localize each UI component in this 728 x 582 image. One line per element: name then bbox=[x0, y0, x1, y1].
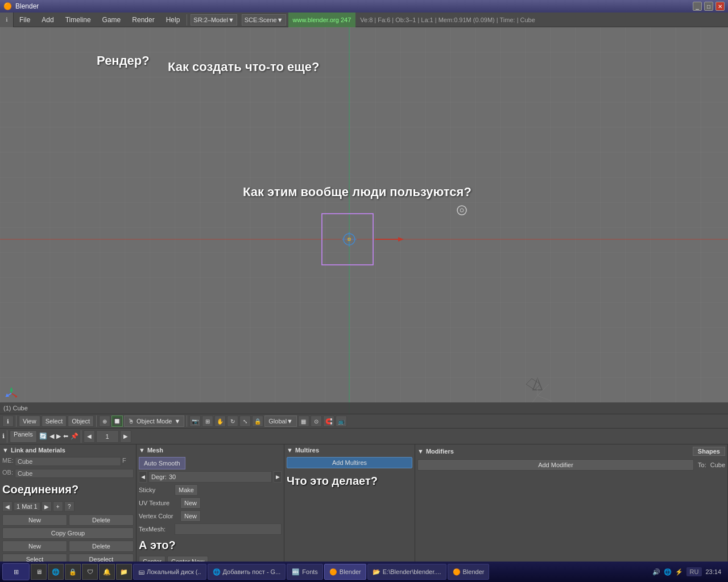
page-next-button[interactable]: ▶ bbox=[120, 430, 131, 443]
camera-view-icon[interactable]: 📺 bbox=[336, 415, 347, 427]
new-vertex-button[interactable]: New bbox=[180, 510, 201, 522]
status-bar: Ve:8 | Fa:6 | Ob:3–1 | La:1 | Mem:0.91M … bbox=[360, 16, 535, 23]
scale-icon[interactable]: ⤡ bbox=[239, 415, 251, 427]
menu-timeline[interactable]: Timeline bbox=[60, 13, 97, 27]
prop-icon1[interactable]: 🔄 bbox=[39, 433, 47, 440]
rotate-icon[interactable]: ↻ bbox=[227, 415, 238, 427]
view-button[interactable]: View bbox=[19, 415, 40, 427]
taskbar-icon3[interactable]: 🔒 bbox=[65, 564, 81, 580]
viewport-shading-icon[interactable]: ▦ bbox=[298, 415, 309, 427]
vg-add[interactable]: + bbox=[53, 501, 63, 512]
sticky-row: Sticky Make bbox=[139, 484, 282, 496]
menu-help[interactable]: Help bbox=[160, 13, 186, 27]
global-selector[interactable]: Global ▼ bbox=[264, 415, 297, 427]
object-button[interactable]: Object bbox=[68, 415, 94, 427]
auto-smooth-button[interactable]: Auto Smooth bbox=[139, 457, 185, 469]
maximize-button[interactable]: □ bbox=[704, 2, 713, 11]
vg-left-arrow[interactable]: ◀ bbox=[2, 501, 13, 512]
hand-icon[interactable]: ✋ bbox=[214, 415, 226, 427]
new-button-1[interactable]: New bbox=[2, 514, 67, 526]
prop-icon5[interactable]: 📌 bbox=[71, 433, 78, 440]
render-icon[interactable]: 📷 bbox=[189, 415, 201, 427]
link-materials-panel: ▼ Link and Materials ME: Cube F OB: Cube… bbox=[0, 444, 136, 571]
delete-button-1[interactable]: Delete bbox=[69, 514, 134, 526]
info-icon: ℹ bbox=[0, 13, 14, 27]
taskbar-icon2[interactable]: 🌐 bbox=[48, 564, 64, 580]
new-uv-button[interactable]: New bbox=[180, 497, 201, 509]
cursor-icon[interactable]: ⊕ bbox=[99, 415, 110, 427]
a-eto-text: А это? bbox=[139, 539, 282, 552]
panels-button[interactable]: Panels bbox=[10, 430, 37, 443]
prop-icon3[interactable]: ▶ bbox=[56, 433, 61, 440]
blender-link[interactable]: www.blender.org 247 bbox=[288, 13, 356, 27]
scene-selector-2[interactable]: SCE:Scene ▼ bbox=[242, 14, 286, 26]
taskbar-icon[interactable]: 🖥 bbox=[31, 564, 47, 580]
vertex-color-row: Vertex Color New bbox=[139, 510, 282, 522]
modifiers-panel-arrow: ▼ bbox=[417, 448, 424, 455]
menu-render[interactable]: Render bbox=[126, 13, 160, 27]
minimize-button[interactable]: _ bbox=[693, 2, 702, 11]
time-display: 23:14 bbox=[705, 568, 721, 575]
taskbar-icon5[interactable]: 🔔 bbox=[99, 564, 115, 580]
vg-info[interactable]: ? bbox=[64, 501, 75, 512]
lock-icon[interactable]: 🔒 bbox=[252, 415, 263, 427]
me-label: ME: bbox=[2, 457, 14, 466]
shapes-label: Shapes bbox=[693, 447, 725, 456]
uv-row: UV Texture New bbox=[139, 497, 282, 509]
tray-icon3: ⚡ bbox=[675, 568, 683, 576]
start-button[interactable]: ⊞ bbox=[2, 563, 30, 580]
taskbar-icon4[interactable]: 🛡 bbox=[82, 564, 98, 580]
new-button-2[interactable]: New bbox=[2, 541, 67, 552]
taskbar-task-1[interactable]: 🌐 Добавить пост - G... bbox=[208, 564, 286, 580]
prop-edit-icon[interactable]: ⊙ bbox=[311, 415, 322, 427]
add-multires-button[interactable]: Add Multires bbox=[287, 457, 412, 468]
texmesh-field[interactable] bbox=[175, 523, 282, 535]
page-prev-button[interactable]: ◀ bbox=[84, 430, 95, 443]
page-number[interactable]: 1 bbox=[96, 430, 119, 443]
scene-selector-1[interactable]: SR:2–Model ▼ bbox=[191, 14, 237, 26]
prop-icon4[interactable]: ⬅ bbox=[63, 433, 68, 440]
make-button[interactable]: Make bbox=[175, 484, 198, 496]
vg-field: 1 Mat 1 bbox=[14, 502, 40, 511]
tray-icon1: 🔊 bbox=[652, 568, 660, 576]
copy-group-button[interactable]: Copy Group bbox=[2, 527, 134, 539]
snap-icon[interactable]: 🧲 bbox=[323, 415, 334, 427]
delete-button-2[interactable]: Delete bbox=[69, 541, 134, 552]
viewport-status-text: (1) Cube bbox=[3, 405, 28, 411]
vg-right-arrow[interactable]: ▶ bbox=[42, 501, 52, 512]
window-title-text: Blender bbox=[15, 2, 39, 10]
link-panel-header: ▼ Link and Materials bbox=[2, 447, 134, 454]
multires-panel-title: Multires bbox=[295, 447, 319, 454]
taskbar-task-2[interactable]: 🔤 Fonts bbox=[287, 564, 323, 580]
grid-icon[interactable]: ⊞ bbox=[202, 415, 213, 427]
viewport[interactable]: Рендер? Как создать что-то еще? Как этим… bbox=[0, 27, 728, 414]
degr-left-arrow[interactable]: ◀ bbox=[139, 471, 147, 483]
mode-selector[interactable]: 🖱 Object Mode ▼ bbox=[124, 415, 184, 427]
svg-point-54 bbox=[457, 206, 466, 215]
tb-sep2 bbox=[96, 415, 97, 427]
prop-icon2[interactable]: ◀ bbox=[49, 433, 54, 440]
start-icon: ⊞ bbox=[14, 568, 19, 576]
titlebar: 🟠 Blender _ □ ✕ bbox=[0, 0, 728, 13]
taskbar-task-0[interactable]: 🖴 Локальный диск (.. bbox=[133, 564, 206, 580]
taskbar-task-3[interactable]: 🟠 Blender bbox=[324, 564, 366, 580]
taskbar-icon6[interactable]: 📁 bbox=[116, 564, 132, 580]
menu-game[interactable]: Game bbox=[97, 13, 127, 27]
modifiers-panel-title: Modifiers bbox=[426, 448, 454, 455]
object-mode-icon[interactable]: 🔲 bbox=[111, 415, 123, 427]
select-button[interactable]: Select bbox=[42, 415, 67, 427]
menu-add[interactable]: Add bbox=[36, 13, 59, 27]
add-modifier-button[interactable]: Add Modifier bbox=[417, 459, 694, 471]
taskbar-task-4[interactable]: 📂 E:\Blender\blender.... bbox=[367, 564, 446, 580]
degr-right-arrow[interactable]: ▶ bbox=[274, 471, 282, 483]
link-panel-title: Link and Materials bbox=[11, 447, 65, 454]
task-2-label: Fonts bbox=[302, 568, 318, 575]
props-icon[interactable]: ℹ bbox=[2, 433, 5, 440]
close-button[interactable]: ✕ bbox=[715, 2, 725, 11]
modifiers-panel: ▼ Modifiers Shapes Add Modifier To: Cube bbox=[415, 444, 728, 571]
menu-file[interactable]: File bbox=[14, 13, 36, 27]
degr-row: ◀ Degr: 30 ▶ bbox=[139, 471, 282, 483]
toolbar-info-icon[interactable]: ℹ bbox=[2, 415, 14, 427]
taskbar-task-5[interactable]: 🟠 Blender bbox=[448, 564, 490, 580]
svg-marker-65 bbox=[10, 388, 13, 391]
